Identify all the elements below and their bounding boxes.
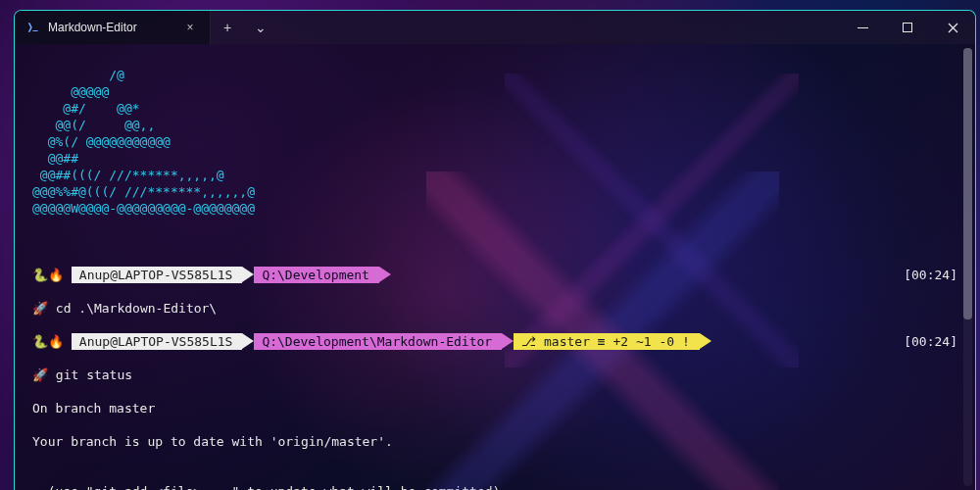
- desktop-wallpaper: Markdown-Editor × + ⌄ /@ @@@@@ @#/ @@* @…: [0, 0, 980, 490]
- scroll-thumb[interactable]: [963, 48, 972, 319]
- prompt-user-segment: Anup@LAPTOP-VS585L1S: [72, 333, 243, 350]
- prompt-time: [00:24]: [904, 333, 965, 350]
- titlebar: Markdown-Editor × + ⌄: [15, 11, 975, 44]
- maximize-button[interactable]: [885, 11, 930, 44]
- output-line: (use "git add <file>... " to update what…: [32, 483, 965, 490]
- prompt-line-1: 🐍🔥 Anup@LAPTOP-VS585L1SQ:\Development[00…: [32, 267, 965, 283]
- terminal-window: Markdown-Editor × + ⌄ /@ @@@@@ @#/ @@* @…: [14, 10, 976, 490]
- prompt-user-segment: Anup@LAPTOP-VS585L1S: [72, 267, 243, 283]
- close-window-button[interactable]: [930, 11, 975, 44]
- blank-line: [32, 233, 965, 250]
- close-tab-icon[interactable]: ×: [182, 21, 198, 34]
- titlebar-drag-region[interactable]: [277, 11, 840, 44]
- output-line: On branch master: [32, 400, 965, 416]
- svg-rect-0: [858, 27, 868, 28]
- prompt-path-segment: Q:\Development: [254, 267, 379, 283]
- tab-title: Markdown-Editor: [48, 21, 174, 34]
- prompt-line-2: 🐍🔥 Anup@LAPTOP-VS585L1SQ:\Development\Ma…: [32, 333, 965, 350]
- new-tab-button[interactable]: +: [211, 11, 244, 44]
- prompt-git-branch-segment: ⎇ master ≡ +2 ~1 -0 !: [514, 333, 700, 350]
- powershell-icon: [26, 21, 40, 34]
- prompt-time: [00:24]: [904, 267, 965, 283]
- tab-dropdown-button[interactable]: ⌄: [244, 11, 277, 44]
- terminal-body[interactable]: /@ @@@@@ @#/ @@* @@(/ @@,, @%(/ @@@@@@@@…: [15, 44, 975, 490]
- command-cd: 🚀 cd .\Markdown-Editor\: [32, 300, 965, 317]
- output-line: Your branch is up to date with 'origin/m…: [32, 433, 965, 450]
- svg-rect-1: [903, 23, 911, 31]
- ascii-art: /@ @@@@@ @#/ @@* @@(/ @@,, @%(/ @@@@@@@@…: [32, 67, 965, 217]
- prompt-path-segment: Q:\Development\Markdown-Editor: [254, 333, 502, 350]
- command-git-status: 🚀 git status: [32, 367, 965, 383]
- prompt-emoji-icon: 🐍🔥: [32, 333, 72, 350]
- tab-active[interactable]: Markdown-Editor ×: [15, 11, 211, 44]
- minimize-button[interactable]: [840, 11, 885, 44]
- prompt-emoji-icon: 🐍🔥: [32, 267, 72, 283]
- scrollbar-vertical[interactable]: [963, 48, 972, 486]
